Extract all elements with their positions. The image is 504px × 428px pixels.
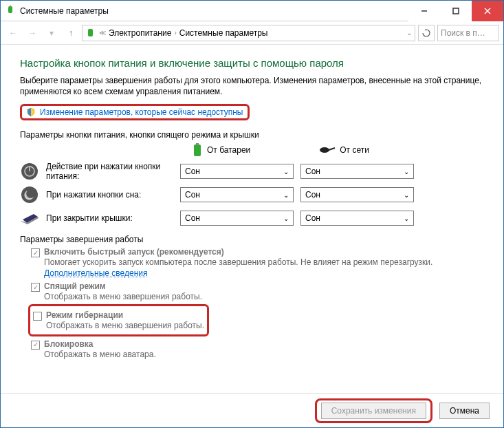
maximize-button[interactable] — [440, 1, 472, 21]
lock-row: Блокировка — [31, 339, 484, 350]
breadcrumb-category[interactable]: Электропитание — [109, 28, 171, 38]
hibernate-checkbox[interactable] — [33, 312, 42, 321]
titlebar: Системные параметры — [1, 1, 503, 21]
chevron-down-icon: ⌄ — [283, 168, 289, 175]
minimize-button[interactable] — [408, 1, 440, 21]
lid-close-ac-select[interactable]: Сон⌄ — [300, 211, 414, 226]
power-button-ac-select[interactable]: Сон⌄ — [300, 164, 414, 179]
highlight-save-button: Сохранить изменения — [315, 398, 432, 423]
sleepmode-row: Спящий режим — [31, 281, 484, 292]
chevron-down-icon: ⌄ — [283, 191, 289, 199]
svg-rect-0 — [8, 6, 12, 13]
nav-forward-button[interactable]: → — [24, 25, 41, 41]
sleepmode-checkbox[interactable] — [31, 283, 40, 292]
power-button-row: Действие при нажатии кнопки питания: Сон… — [20, 162, 484, 181]
page-heading: Настройка кнопок питания и включение защ… — [20, 57, 484, 69]
fastboot-checkbox[interactable] — [31, 248, 40, 257]
chevron-down-icon: ⌄ — [283, 215, 289, 222]
admin-link[interactable]: Изменение параметров, которые сейчас нед… — [40, 107, 243, 117]
svg-rect-6 — [88, 29, 93, 36]
chevron-down-icon[interactable]: ⌄ — [406, 29, 412, 36]
lid-close-row: При закрытии крышки: Сон⌄ Сон⌄ — [20, 208, 484, 228]
nav-up-button[interactable]: ↑ — [63, 25, 79, 41]
window-title: Системные параметры — [20, 6, 408, 16]
sleep-button-row: При нажатии кнопки сна: Сон⌄ Сон⌄ — [20, 185, 484, 204]
lid-close-battery-select[interactable]: Сон⌄ — [180, 211, 294, 226]
battery-column-header: От батареи — [192, 142, 250, 158]
hibernate-label: Режим гибернации — [46, 310, 123, 320]
power-button-battery-select[interactable]: Сон⌄ — [180, 164, 294, 179]
app-icon — [5, 6, 16, 17]
search-input[interactable]: Поиск в п… — [437, 25, 499, 41]
breadcrumb[interactable]: ≪ Электропитание › Системные параметры ⌄ — [82, 25, 415, 41]
section-shutdown-label: Параметры завершения работы — [20, 235, 484, 244]
fastboot-description: Помогает ускорить запуск компьютера посл… — [44, 257, 484, 279]
sleep-button-icon — [20, 185, 39, 204]
chevron-right-icon: ≪ — [99, 29, 106, 36]
column-headers: От батареи От сети — [192, 142, 484, 158]
laptop-icon — [20, 208, 39, 228]
content-area: Настройка кнопок питания и включение защ… — [1, 45, 503, 393]
power-button-label: Действие при нажатии кнопки питания: — [46, 162, 180, 181]
nav-back-button[interactable]: ← — [5, 25, 21, 41]
battery-icon — [192, 142, 203, 158]
power-plan-icon — [85, 28, 96, 39]
fastboot-row: Включить быстрый запуск (рекомендуется) — [31, 247, 484, 257]
section-buttons-label: Параметры кнопки питания, кнопки спящего… — [20, 130, 484, 140]
refresh-button[interactable] — [418, 25, 435, 41]
nav-recent-button[interactable]: ▾ — [43, 25, 60, 41]
lid-close-label: При закрытии крышки: — [46, 213, 180, 223]
chevron-down-icon: ⌄ — [404, 168, 409, 175]
sleepmode-label: Спящий режим — [44, 281, 106, 291]
lock-checkbox[interactable] — [31, 341, 40, 350]
breadcrumb-page[interactable]: Системные параметры — [179, 28, 268, 38]
highlight-hibernate: Режим гибернации Отображать в меню завер… — [28, 304, 209, 336]
svg-rect-8 — [196, 143, 199, 145]
hibernate-description: Отображать в меню завершения работы. — [46, 321, 204, 332]
svg-rect-3 — [453, 8, 459, 14]
ac-column-header: От сети — [319, 145, 369, 155]
sleep-button-label: При нажатии кнопки сна: — [46, 190, 180, 200]
page-description: Выберите параметры завершения работы для… — [20, 76, 484, 97]
close-button[interactable] — [472, 1, 503, 21]
svg-line-10 — [329, 148, 335, 150]
fastboot-label: Включить быстрый запуск (рекомендуется) — [44, 247, 224, 257]
lock-description: Отображать в меню аватара. — [44, 350, 484, 361]
svg-point-9 — [320, 147, 329, 153]
navbar: ← → ▾ ↑ ≪ Электропитание › Системные пар… — [1, 21, 503, 45]
hibernate-row: Режим гибернации — [33, 310, 204, 321]
highlight-admin-link: Изменение параметров, которые сейчас нед… — [20, 104, 250, 120]
plug-icon — [319, 145, 336, 155]
svg-rect-7 — [194, 145, 201, 156]
sleep-button-ac-select[interactable]: Сон⌄ — [300, 187, 414, 202]
svg-point-14 — [21, 186, 38, 203]
fastboot-more-link[interactable]: Дополнительные сведения — [44, 268, 147, 278]
cancel-button[interactable]: Отмена — [439, 403, 490, 419]
sleepmode-description: Отображать в меню завершения работы. — [44, 292, 484, 303]
power-button-icon — [20, 162, 39, 181]
sleep-button-battery-select[interactable]: Сон⌄ — [180, 187, 294, 202]
lock-label: Блокировка — [44, 339, 94, 349]
chevron-right-icon: › — [174, 29, 176, 36]
save-button[interactable]: Сохранить изменения — [321, 403, 426, 419]
footer: Сохранить изменения Отмена — [1, 393, 503, 427]
svg-rect-1 — [10, 6, 11, 7]
chevron-down-icon: ⌄ — [404, 191, 409, 199]
shield-icon — [26, 107, 36, 117]
chevron-down-icon: ⌄ — [404, 215, 409, 222]
